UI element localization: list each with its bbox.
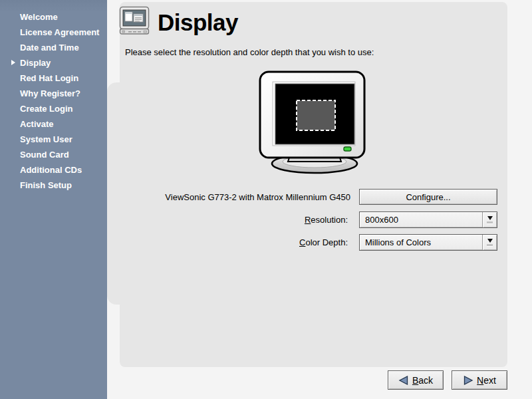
step-label: License Agreement — [20, 27, 99, 37]
configure-button-label: Configure... — [406, 192, 450, 202]
display-header-icon — [119, 6, 150, 38]
step-label: Welcome — [20, 12, 58, 22]
step-label: Red Hat Login — [20, 73, 78, 83]
resolution-preview-rect — [297, 100, 335, 130]
combobox-value: 532x399 — [360, 215, 482, 225]
sidebar-item-system-user: System User — [0, 132, 107, 147]
dropdown-arrow-icon — [482, 235, 497, 250]
sidebar: Welcome License Agreement Date and Time … — [0, 0, 107, 399]
step-label: Create Login — [20, 104, 72, 114]
step-label: Display — [20, 58, 51, 68]
sidebar-item-date-and-time: Date and Time — [0, 40, 107, 55]
color-depth-label: Color Depth: — [160, 237, 348, 247]
device-name-label: ViewSonic G773-2 with Matrox Millennium … — [160, 192, 350, 202]
step-label: Activate — [20, 119, 54, 129]
setup-steps-list: Welcome License Agreement Date and Time … — [0, 9, 107, 193]
sidebar-item-welcome: Welcome — [0, 9, 107, 25]
step-label: Sound Card — [20, 150, 69, 160]
step-label: Finish Setup — [20, 180, 72, 190]
step-label: System User — [20, 134, 72, 144]
sidebar-item-license-agreement: License Agreement — [0, 25, 107, 40]
sidebar-item-why-register: Why Register? — [0, 86, 107, 101]
configure-button[interactable]: Configure... — [359, 189, 497, 205]
active-step-arrow-icon — [11, 60, 15, 65]
back-arrow-icon — [398, 376, 409, 385]
sidebar-item-finish-setup: Finish Setup — [0, 178, 107, 193]
sidebar-item-create-login: Create Login — [0, 101, 107, 116]
power-led — [344, 147, 351, 151]
page-title: Display — [158, 11, 238, 34]
sidebar-item-additional-cds: Additional CDs — [0, 162, 107, 178]
next-arrow-icon — [463, 376, 473, 385]
back-button-label: Back — [412, 375, 433, 386]
step-label: Additional CDs — [20, 165, 82, 175]
step-label: Date and Time — [20, 43, 79, 53]
resolution-label: Resolution: — [160, 215, 348, 225]
color-depth-combobox[interactable]: Millions of Colors — [359, 234, 497, 251]
resolution-combobox[interactable]: 532x399 — [359, 211, 497, 228]
monitor-illustration — [257, 68, 371, 180]
step-label: Why Register? — [20, 88, 80, 98]
back-button[interactable]: Back — [388, 370, 444, 390]
sidebar-item-red-hat-login: Red Hat Login — [0, 70, 107, 86]
sidebar-item-activate: Activate — [0, 116, 107, 132]
next-button-label: Next — [477, 375, 496, 386]
sidebar-item-sound-card: Sound Card — [0, 147, 107, 162]
combobox-value: Millions of Colors — [360, 237, 482, 247]
dropdown-arrow-icon — [482, 212, 497, 227]
sidebar-item-display: Display — [0, 55, 107, 70]
next-button[interactable]: Next — [452, 370, 507, 390]
instruction-text: Please select the resolution and color d… — [125, 47, 374, 57]
